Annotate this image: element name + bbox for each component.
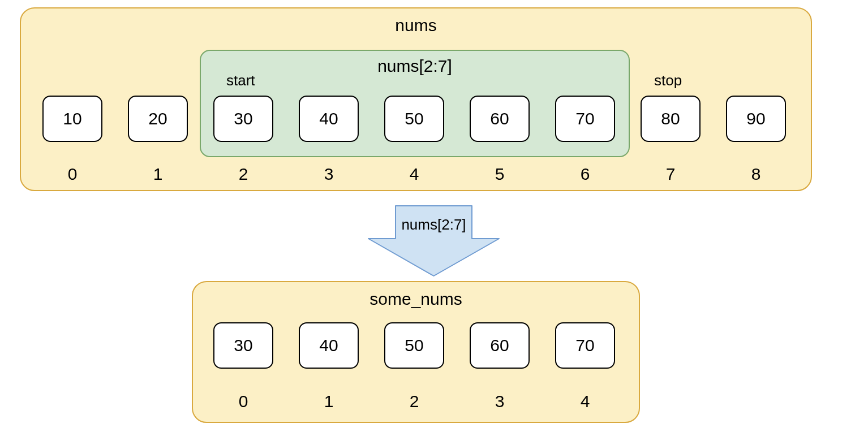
nums-cell: 70 bbox=[555, 96, 615, 142]
some-nums-index: 0 bbox=[213, 392, 273, 411]
nums-index: 7 bbox=[641, 165, 701, 184]
nums-cell: 40 bbox=[299, 96, 359, 142]
some-nums-cell: 40 bbox=[299, 322, 359, 369]
start-label: start bbox=[226, 72, 255, 89]
nums-cell: 10 bbox=[42, 96, 102, 142]
some-nums-title: some_nums bbox=[192, 290, 640, 309]
nums-index: 3 bbox=[299, 165, 359, 184]
nums-cell: 50 bbox=[384, 96, 444, 142]
nums-index: 0 bbox=[42, 165, 102, 184]
nums-index: 6 bbox=[555, 165, 615, 184]
some-nums-cell: 70 bbox=[555, 322, 615, 369]
some-nums-index: 4 bbox=[555, 392, 615, 411]
nums-title: nums bbox=[0, 16, 832, 35]
arrow: nums[2:7] bbox=[367, 205, 500, 277]
some-nums-index: 3 bbox=[470, 392, 530, 411]
some-nums-cell: 50 bbox=[384, 322, 444, 369]
diagram-stage: nums nums[2:7] start stop 10203040506070… bbox=[0, 0, 868, 432]
some-nums-cell: 60 bbox=[470, 322, 530, 369]
nums-index: 1 bbox=[128, 165, 188, 184]
some-nums-cell: 30 bbox=[213, 322, 273, 369]
nums-cell: 60 bbox=[470, 96, 530, 142]
nums-cell: 90 bbox=[726, 96, 786, 142]
stop-label: stop bbox=[654, 72, 682, 89]
nums-index: 2 bbox=[213, 165, 273, 184]
arrow-label: nums[2:7] bbox=[367, 216, 500, 234]
nums-index: 4 bbox=[384, 165, 444, 184]
nums-index: 8 bbox=[726, 165, 786, 184]
slice-title: nums[2:7] bbox=[200, 57, 630, 76]
nums-cell: 20 bbox=[128, 96, 188, 142]
some-nums-index: 1 bbox=[299, 392, 359, 411]
nums-cell: 80 bbox=[641, 96, 701, 142]
some-nums-index: 2 bbox=[384, 392, 444, 411]
nums-index: 5 bbox=[470, 165, 530, 184]
nums-cell: 30 bbox=[213, 96, 273, 142]
